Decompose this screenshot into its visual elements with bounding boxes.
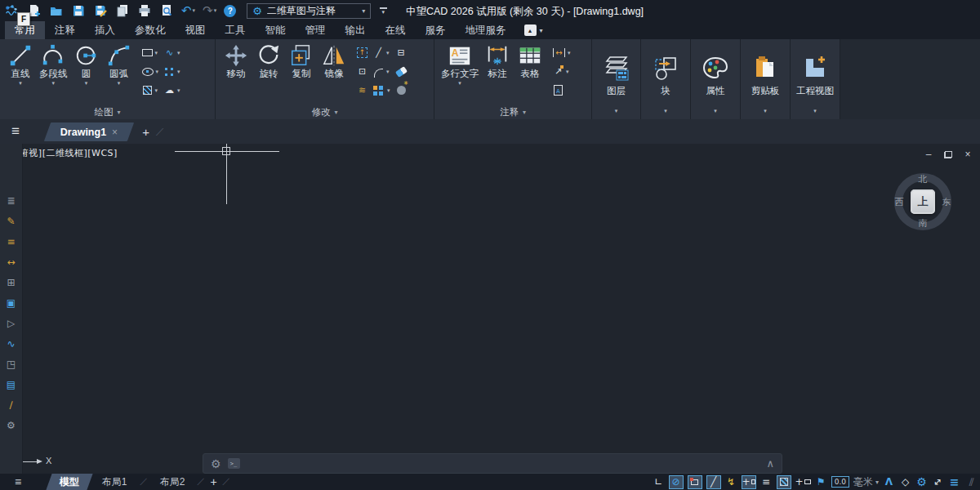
copy-object-button[interactable]: 复制 [285,42,318,87]
command-bar[interactable]: ⚙ >_ ∧ [203,453,782,474]
arc-button[interactable]: 圆弧 ▾ [103,42,136,87]
dynamic-ucs-icon[interactable]: + [795,475,811,489]
fillet-caret[interactable]: ▾ [386,69,390,75]
array-button[interactable]: ▾ [373,82,390,98]
array-caret[interactable]: ▾ [387,87,390,94]
model-tab[interactable]: 模型 [46,474,92,490]
properties-panel-caret[interactable]: ▾ [714,108,717,119]
coordinate-display[interactable]: 0.0 [831,475,849,489]
scale-button[interactable]: ⊡ [357,64,368,79]
mtext-button[interactable]: A 多行文字 ▾ [439,42,481,87]
compass-north[interactable]: 北 [894,173,951,185]
erase-button[interactable] [396,64,407,79]
document-tab-close-icon[interactable]: × [112,126,118,137]
ribbon-tab-parametric[interactable]: 参数化 [125,21,176,39]
new-document-tab-button[interactable]: + [142,125,149,139]
mtext-flyout-caret[interactable]: ▾ [458,80,461,86]
copy-button[interactable] [115,3,130,18]
sketch-wave-icon[interactable]: ∿ [5,337,18,350]
statusbar-menu-icon[interactable]: ≡ [15,475,29,488]
document-tab-drawing1[interactable]: Drawing1 × [44,122,135,141]
leader-caret[interactable]: ▾ [566,69,569,75]
doc-restore-button[interactable] [944,151,952,158]
quick-action-runner-icon[interactable]: Λ [883,475,895,489]
pgp-edit-icon[interactable]: ▤ [5,378,18,390]
rectangle-caret[interactable]: ▾ [155,50,158,56]
linear-dimension-button[interactable]: ↔▾ [553,45,571,60]
navigation-compass[interactable]: 北 南 西 东 上 [894,173,951,230]
ellipse-button[interactable]: ▾ [142,64,159,79]
transparency-icon[interactable] [777,475,791,489]
selection-tool-icon[interactable]: ⊞ [5,276,18,288]
offset-button[interactable]: ⊟ [396,45,407,60]
table-button[interactable]: 表格 [514,42,546,87]
spline-button[interactable]: ∿▾ [164,45,180,60]
layer-tools-icon[interactable]: ≣ [5,194,18,207]
ribbon-tab-view[interactable]: 视图 [176,21,216,39]
linear-dimension-caret[interactable]: ▾ [568,50,571,56]
command-input[interactable] [247,454,760,473]
circle-flyout-caret[interactable]: ▾ [85,80,88,86]
trim-button[interactable]: ╱▾ [373,45,390,60]
engineering-views-button[interactable]: 工程视图 [796,39,834,108]
workspace-selector[interactable]: ⚙ 二维草图与注释 ▾ [247,3,371,19]
dimension-button[interactable]: 标注 [481,42,514,87]
layout2-tab[interactable]: 布局2 [146,474,198,490]
layout1-tab[interactable]: 布局1 [88,474,140,490]
layers-button[interactable]: 图层 [603,39,630,108]
ribbon-collapse-control[interactable]: ▲ ▾ [524,21,543,39]
layers-panel-caret[interactable]: ▾ [615,108,618,119]
object-snap-icon[interactable] [688,475,702,489]
dynamic-input-icon[interactable]: + [742,475,756,489]
trim-caret[interactable]: ▾ [386,50,390,56]
undo-dropdown-caret[interactable]: ▾ [193,7,196,14]
ellipse-caret[interactable]: ▾ [156,69,159,75]
block-button[interactable]: 块 [652,39,679,108]
customize-quick-access-button[interactable]: ▾ [378,7,388,14]
fillet-button[interactable]: ▾ [373,64,390,79]
annotation-flag-icon[interactable]: ⚑ [815,475,827,489]
arc-flyout-caret[interactable]: ▾ [118,80,121,86]
ribbon-tab-smart[interactable]: 智能 [256,21,296,39]
dimension-tool-icon[interactable]: ↔ [5,256,18,268]
redo-button[interactable]: ↷ ▾ [203,3,216,18]
ortho-mode-icon[interactable]: ∟ [653,475,665,489]
leader-button[interactable]: ↗▾ [553,64,571,79]
block-edit-icon[interactable]: ✎ [5,215,18,227]
command-settings-gear-icon[interactable]: ⚙ [211,457,221,470]
rectangle-button[interactable]: ▾ [142,45,159,60]
viewport-tool-icon[interactable]: ◳ [5,358,18,370]
selection-cycling-icon[interactable]: ◇ [899,475,911,489]
save-button[interactable] [71,3,86,18]
match-properties-icon[interactable]: ▣ [5,296,18,309]
properties-button[interactable]: 属性 [702,39,729,108]
rotate-button[interactable]: 旋转 [252,42,285,87]
ribbon-tab-geo[interactable]: 地理服务 [456,21,516,39]
draw-panel-label[interactable]: 绘图 ▾ [0,105,215,119]
hatch-caret[interactable]: ▾ [155,87,158,94]
new-layout-button[interactable]: + [210,475,216,488]
ribbon-collapse-up-icon[interactable]: ▲ [524,24,537,36]
ribbon-collapse-down-icon[interactable]: ▾ [540,27,543,34]
point-caret[interactable]: ▾ [177,69,180,75]
revision-cloud-button[interactable]: ☁▾ [164,82,180,98]
number-list-icon[interactable]: ≡ [5,235,18,247]
units-selector[interactable]: 毫米 ▾ [853,475,879,489]
block-panel-caret[interactable]: ▾ [664,108,667,119]
compass-top-face[interactable]: 上 [911,189,935,214]
ribbon-tab-manage[interactable]: 管理 [296,21,336,39]
revcloud-caret[interactable]: ▾ [177,87,180,94]
open-file-button[interactable] [49,3,64,18]
statusbar-list-icon[interactable]: ≡ [948,475,960,489]
undo-button[interactable]: ↶ ▾ [181,3,195,18]
polyline-flyout-caret[interactable]: ▾ [51,80,55,86]
help-button[interactable]: ? [224,5,236,17]
ribbon-tab-insert[interactable]: 插入 [85,21,125,39]
ribbon-tab-annotate[interactable]: 注释 [45,21,85,39]
clipboard-button[interactable]: 剪贴板 [751,39,780,108]
print-preview-button[interactable] [159,3,174,18]
doc-minimize-button[interactable]: – [923,149,934,159]
explode-button[interactable] [396,82,407,98]
circle-button[interactable]: 圆 ▾ [70,42,103,87]
lineweight-icon[interactable]: ≡ [760,475,773,489]
